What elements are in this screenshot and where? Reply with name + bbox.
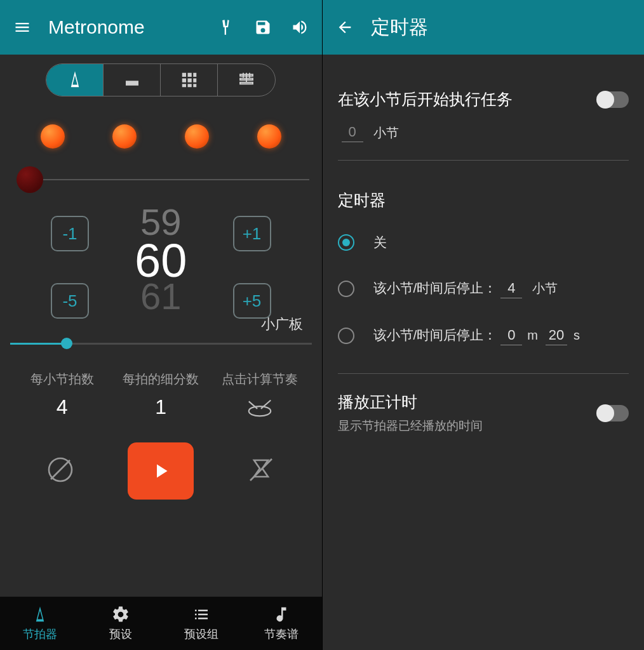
beats-per-bar-label: 每小节拍数: [13, 371, 112, 388]
nav-label: 节奏谱: [264, 627, 299, 642]
bpm-picker: -1 +1 -5 +5 59 60 61: [0, 199, 322, 311]
elapsed-toggle[interactable]: [597, 405, 629, 421]
start-after-toggle[interactable]: [597, 91, 629, 108]
bpm-value-next: 61: [140, 282, 182, 311]
subdivision-cell[interactable]: 每拍的细分数 1: [112, 371, 211, 421]
appbar-left: Metronome: [0, 0, 322, 55]
drumstick-icon: [210, 394, 309, 421]
tuning-fork-icon[interactable]: [215, 17, 237, 38]
tempo-slider-thumb[interactable]: [61, 338, 72, 349]
transport-row: [0, 421, 322, 506]
tap-tempo-label: 点击计算节奏: [210, 371, 309, 388]
timer-disabled-icon[interactable]: [245, 454, 277, 488]
nav-label: 预设: [109, 627, 132, 642]
seconds-unit: s: [574, 328, 580, 343]
nav-presets[interactable]: 预设: [81, 597, 161, 650]
subdivision-value: 1: [112, 395, 211, 419]
tempo-slider[interactable]: [0, 334, 322, 355]
divider: [338, 373, 629, 374]
timer-option-off[interactable]: 关: [338, 234, 629, 251]
radio-off[interactable]: [338, 234, 354, 251]
mode-tab-metronome[interactable]: [46, 64, 104, 96]
nav-metronome[interactable]: 节拍器: [0, 597, 81, 650]
mute-icon[interactable]: [44, 454, 76, 488]
mode-segmented: [0, 55, 322, 103]
minutes-unit: m: [527, 328, 538, 343]
radio-time-label: 该小节/时间后停止：: [373, 326, 497, 344]
metronome-panel: Metronome: [0, 0, 323, 650]
timer-option-time[interactable]: 该小节/时间后停止： m s: [338, 326, 629, 345]
back-icon[interactable]: [334, 17, 356, 38]
elapsed-subtitle: 显示节拍器已经播放的时间: [338, 418, 598, 434]
seconds-input[interactable]: [546, 327, 567, 345]
play-button[interactable]: [128, 442, 194, 500]
beats-per-bar-value: 4: [13, 395, 112, 419]
minutes-input[interactable]: [500, 327, 522, 345]
bottom-nav: 节拍器 预设 预设组 节奏谱: [0, 597, 322, 650]
beat-dot-1[interactable]: [41, 124, 65, 149]
svg-line-2: [51, 460, 70, 479]
radio-time[interactable]: [338, 328, 354, 344]
volume-icon[interactable]: [289, 17, 311, 38]
subdivision-label: 每拍的细分数: [112, 371, 211, 388]
menu-icon[interactable]: [11, 17, 33, 38]
start-after-unit: 小节: [373, 124, 399, 142]
nav-label: 预设组: [184, 627, 218, 642]
bars-input[interactable]: [500, 280, 522, 298]
timer-section-title: 定时器: [338, 190, 629, 211]
app-title: Metronome: [48, 17, 145, 38]
svg-point-0: [249, 406, 271, 416]
nav-label: 节拍器: [23, 627, 57, 642]
nav-rhythm-sheet[interactable]: 节奏谱: [241, 597, 322, 650]
mode-tab-pads[interactable]: [161, 64, 218, 96]
settings-triple: 每小节拍数 4 每拍的细分数 1 点击计算节奏: [0, 355, 322, 421]
beat-dot-2[interactable]: [112, 124, 137, 149]
subdivision-slider[interactable]: [0, 155, 322, 199]
divider: [338, 160, 629, 161]
start-after-label: 在该小节后开始执行任务: [338, 89, 598, 110]
radio-bars-label: 该小节/时间后停止：: [373, 279, 497, 297]
subdivision-thumb[interactable]: [17, 166, 43, 193]
beats-per-bar[interactable]: 每小节拍数 4: [13, 371, 112, 421]
elapsed-title: 播放正计时: [338, 392, 598, 413]
timer-panel: 定时器 在该小节后开始执行任务 小节 定时器 关 该小节/时间后停止： 小节: [323, 0, 645, 650]
radio-off-label: 关: [373, 234, 387, 251]
mode-tab-drums[interactable]: [104, 64, 161, 96]
beat-dot-3[interactable]: [185, 124, 209, 149]
bars-unit: 小节: [532, 280, 558, 297]
start-after-input[interactable]: [342, 124, 363, 142]
beat-indicators: [0, 103, 322, 155]
nav-preset-groups[interactable]: 预设组: [161, 597, 241, 650]
tap-tempo[interactable]: 点击计算节奏: [210, 371, 309, 421]
appbar-right: 定时器: [323, 0, 645, 55]
save-icon[interactable]: [252, 17, 274, 38]
mode-tab-tracks[interactable]: [218, 64, 275, 96]
beat-dot-4[interactable]: [257, 124, 281, 149]
radio-bars[interactable]: [338, 281, 354, 297]
page-title: 定时器: [371, 15, 428, 41]
timer-option-bars[interactable]: 该小节/时间后停止： 小节: [338, 279, 629, 298]
